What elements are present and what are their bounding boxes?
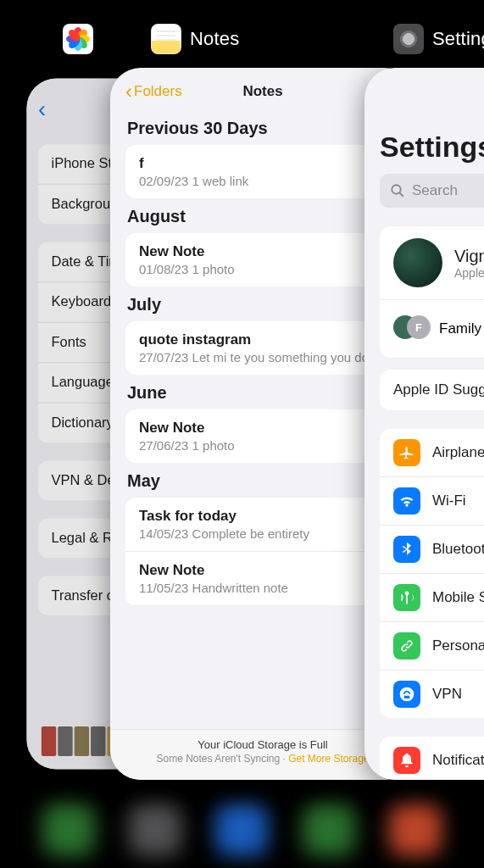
note-title: quote instagram: [139, 331, 387, 348]
notes-icon: [151, 24, 181, 54]
section-header: August: [127, 207, 400, 226]
note-row[interactable]: New Note01/08/23 1 photo: [125, 233, 400, 287]
chevron-left-icon: ‹: [125, 81, 132, 102]
family-avatars: F: [393, 312, 427, 346]
app-chip-settings[interactable]: Settings: [393, 24, 484, 54]
app-chip-photos[interactable]: [63, 24, 93, 54]
search-icon: [390, 183, 405, 198]
link-icon: [393, 632, 420, 659]
bell-icon: [393, 747, 420, 774]
note-subtitle: 27/07/23 Let mi te you something you don: [139, 350, 387, 364]
get-more-storage-link[interactable]: Get More Storage: [288, 753, 369, 765]
note-group: quote instagram27/07/23 Let mi te you so…: [125, 321, 400, 375]
dock-app: [389, 804, 442, 856]
settings-icon: [393, 24, 424, 54]
note-subtitle: 02/09/23 1 web link: [139, 174, 387, 188]
note-subtitle: 11/05/23 Handwritten note: [139, 581, 387, 595]
photos-icon: [63, 24, 93, 54]
settings-row-bluetooth[interactable]: Bluetooth: [380, 526, 484, 574]
settings-row-bell[interactable]: Notifications: [380, 737, 484, 780]
apple-id-suggestions-row[interactable]: Apple ID Suggestions: [380, 370, 484, 410]
dock-app: [42, 804, 95, 856]
svg-point-1: [392, 185, 401, 194]
settings-row-label: Wi-Fi: [432, 492, 466, 509]
settings-row-vpn[interactable]: VPN: [380, 670, 484, 718]
note-group: f02/09/23 1 web link: [125, 145, 400, 198]
note-subtitle: 27/06/23 1 photo: [139, 438, 387, 453]
apple-id-block: Vignesh Apple ID, iCloud+, Media F Famil…: [380, 226, 484, 358]
dock-app: [129, 804, 181, 856]
settings-row-link[interactable]: Personal Hotspot: [380, 622, 484, 670]
settings-row-label: Notifications: [432, 752, 484, 769]
settings-row-airplane[interactable]: Airplane Mode: [380, 429, 484, 477]
bluetooth-icon: [393, 536, 420, 563]
back-chevron-icon[interactable]: ‹: [38, 97, 46, 123]
section-header: Previous 30 Days: [127, 119, 400, 138]
settings-row-label: Airplane Mode: [432, 444, 484, 461]
profile-sub: Apple ID, iCloud+, Media: [454, 266, 484, 280]
app-chip-notes[interactable]: Notes: [151, 24, 239, 54]
antenna-icon: [393, 584, 420, 611]
dock-app: [303, 804, 355, 856]
note-title: f: [139, 155, 387, 172]
settings-row-label: Personal Hotspot: [432, 637, 484, 654]
section-header: May: [127, 471, 400, 491]
note-title: Task for today: [139, 508, 387, 525]
note-row[interactable]: f02/09/23 1 web link: [125, 145, 400, 198]
note-subtitle: 01/08/23 1 photo: [139, 262, 387, 276]
dock-blur: [0, 792, 484, 868]
vpn-icon: [393, 681, 420, 708]
note-row[interactable]: Task for today14/05/23 Complete be entir…: [125, 498, 400, 552]
note-title: New Note: [139, 243, 387, 260]
note-row[interactable]: quote instagram27/07/23 Let mi te you so…: [125, 321, 400, 375]
note-title: New Note: [139, 562, 387, 579]
settings-row-antenna[interactable]: Mobile Service: [380, 574, 484, 622]
search-input[interactable]: Search: [380, 174, 484, 208]
settings-row-label: Bluetooth: [432, 541, 484, 558]
family-row[interactable]: F Family: [380, 300, 484, 358]
section-header: June: [127, 383, 400, 403]
settings-row-wifi[interactable]: Wi-Fi: [380, 477, 484, 526]
profile-name: Vignesh: [454, 247, 484, 266]
switcher-card-settings[interactable]: Settings Search Vignesh Apple ID, iCloud…: [364, 68, 484, 780]
app-chip-label: Notes: [190, 28, 239, 50]
back-label: Folders: [134, 83, 182, 100]
settings-row-label: VPN: [432, 686, 462, 703]
note-group: New Note27/06/23 1 photo: [125, 409, 400, 463]
settings-list-alerts: NotificationsSounds & HapticsFocus: [380, 737, 484, 780]
airplane-icon: [393, 439, 420, 466]
settings-row-label: Mobile Service: [432, 589, 484, 606]
dock-app: [215, 804, 268, 856]
apple-id-row[interactable]: Vignesh Apple ID, iCloud+, Media: [380, 226, 484, 300]
note-group: New Note01/08/23 1 photo: [125, 233, 400, 287]
note-row[interactable]: New Note27/06/23 1 photo: [125, 409, 400, 463]
back-button[interactable]: ‹ Folders: [125, 81, 182, 102]
avatar: [393, 238, 442, 287]
section-header: July: [127, 295, 400, 314]
family-label: Family: [439, 320, 481, 337]
app-chip-label: Settings: [432, 28, 484, 50]
page-title: Settings: [380, 131, 484, 164]
note-title: New Note: [139, 420, 387, 437]
note-row[interactable]: New Note11/05/23 Handwritten note: [125, 552, 400, 605]
settings-list-connectivity: Airplane ModeWi-FiBluetoothMobile Servic…: [380, 429, 484, 718]
search-placeholder: Search: [412, 182, 458, 199]
note-subtitle: 14/05/23 Complete be entirety: [139, 526, 387, 541]
footer-text: Some Notes Aren't Syncing ·: [156, 753, 288, 765]
wifi-icon: [393, 487, 420, 515]
app-switcher-header: Notes Settings: [0, 20, 484, 58]
note-group: Task for today14/05/23 Complete be entir…: [125, 498, 400, 605]
